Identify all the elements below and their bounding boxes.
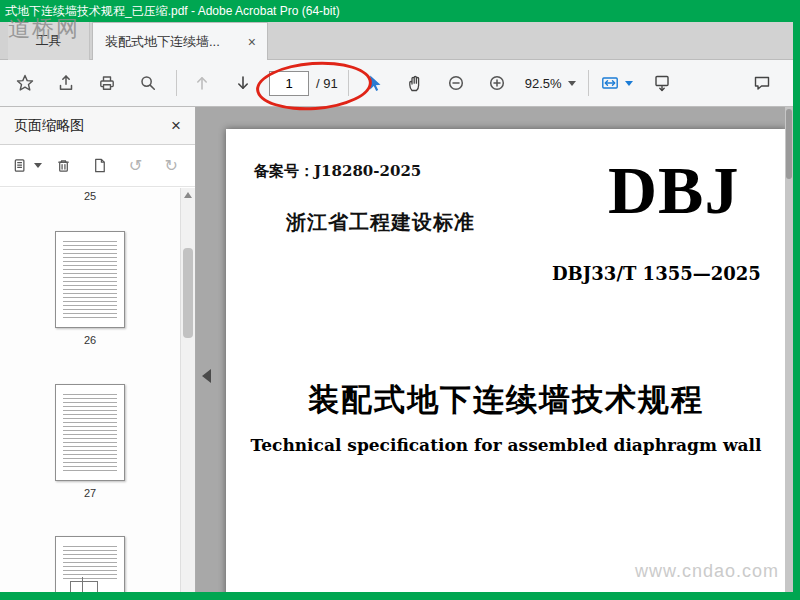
page-thumbnail[interactable] [55, 384, 125, 481]
next-page-icon[interactable] [228, 68, 258, 98]
pdf-page: 备案号：J18280-2025 浙江省工程建设标准 DBJ DBJ33/T 13… [226, 129, 786, 592]
close-tab-icon[interactable]: × [245, 34, 259, 50]
page-number-input[interactable] [269, 71, 309, 96]
thumbnail-diagram-preview [82, 577, 83, 592]
thumbnail-text-preview [63, 394, 117, 473]
window-titlebar[interactable]: 式地下连续墙技术规程_已压缩.pdf - Adobe Acrobat Pro (… [0, 0, 800, 22]
chevron-down-icon [568, 81, 576, 86]
document-view[interactable]: 备案号：J18280-2025 浙江省工程建设标准 DBJ DBJ33/T 13… [196, 107, 793, 592]
tab-tools[interactable]: 工具 [8, 22, 90, 60]
print-icon[interactable] [92, 68, 122, 98]
thumbnail-scrollbar[interactable] [180, 188, 195, 592]
scrollbar-thumb[interactable] [183, 248, 193, 338]
share-icon[interactable] [51, 68, 81, 98]
close-panel-icon[interactable]: × [171, 116, 181, 136]
toolbar-divider [176, 70, 177, 96]
comment-icon[interactable] [747, 68, 777, 98]
chevron-down-icon [625, 81, 633, 86]
document-title-english: Technical specification for assembled di… [226, 435, 786, 455]
thumbnail-diagram-preview [70, 581, 98, 592]
thumbnails-panel-header: 页面缩略图 × [0, 107, 195, 145]
watermark-bottom-right: www.cndao.com [635, 561, 779, 582]
scroll-up-icon[interactable] [184, 192, 192, 198]
thumbnail-page-number: 26 [55, 334, 125, 346]
fit-width-dropdown[interactable] [599, 73, 633, 93]
select-tool-icon[interactable] [359, 68, 389, 98]
search-icon[interactable] [133, 68, 163, 98]
rotate-left-icon[interactable]: ↺ [124, 153, 148, 179]
thumbnail-page-number: 25 [55, 190, 125, 202]
toolbar-divider [348, 70, 349, 96]
thumbnail-text-preview [63, 546, 117, 580]
main-toolbar: / 91 92.5% [0, 60, 793, 107]
thumbnails-panel: 页面缩略图 × ↺ ↻ 25 2 [0, 107, 196, 592]
document-scrollbar[interactable] [785, 107, 793, 592]
standard-code: DBJ33/T 1355—2025 [552, 263, 761, 284]
window-title: 式地下连续墙技术规程_已压缩.pdf - Adobe Acrobat Pro (… [5, 4, 340, 18]
favorites-star-icon[interactable] [10, 68, 40, 98]
tab-document-label: 装配式地下连续墙... [105, 33, 245, 51]
page-thumbnail[interactable] [55, 536, 125, 592]
thumbnails-panel-title: 页面缩略图 [14, 117, 84, 135]
extract-page-icon[interactable] [88, 153, 112, 179]
rotate-right-icon[interactable]: ↻ [159, 153, 183, 179]
page-thumbnail[interactable] [55, 231, 125, 328]
zoom-level-dropdown[interactable]: 92.5% [525, 76, 576, 91]
thumbnail-page-number: 27 [55, 487, 125, 499]
hand-tool-icon[interactable] [400, 68, 430, 98]
fit-width-icon [599, 73, 621, 93]
document-title-chinese: 装配式地下连续墙技术规程 [226, 379, 786, 421]
thumbnail-options-dropdown[interactable] [12, 156, 42, 175]
toolbar-divider [588, 70, 589, 96]
dbj-logo: DBJ [608, 151, 739, 230]
standard-name: 浙江省工程建设标准 [286, 209, 475, 236]
thumbnail-text-preview [63, 241, 117, 320]
previous-page-icon[interactable] [187, 68, 217, 98]
tab-document[interactable]: 装配式地下连续墙... × [92, 22, 268, 60]
zoom-in-icon[interactable] [482, 68, 512, 98]
delete-pages-icon[interactable] [52, 153, 76, 179]
zoom-level-value: 92.5% [525, 76, 562, 91]
chevron-down-icon [34, 163, 42, 168]
zoom-out-icon[interactable] [441, 68, 471, 98]
acrobat-window: 工具 装配式地下连续墙... × / 91 [0, 22, 793, 592]
tab-bar: 工具 装配式地下连续墙... × [0, 22, 793, 60]
collapse-panel-icon[interactable] [202, 369, 211, 383]
thumbnail-list: 25 26 27 [0, 188, 195, 592]
page-count-label: / 91 [316, 76, 338, 91]
thumbnail-options-icon [12, 156, 31, 175]
record-number: 备案号：J18280-2025 [254, 162, 421, 181]
scrollbar-thumb[interactable] [786, 109, 792, 179]
tab-tools-label: 工具 [36, 32, 62, 50]
thumbnails-toolbar: ↺ ↻ [0, 145, 195, 187]
page-scrolling-icon[interactable] [647, 68, 677, 98]
